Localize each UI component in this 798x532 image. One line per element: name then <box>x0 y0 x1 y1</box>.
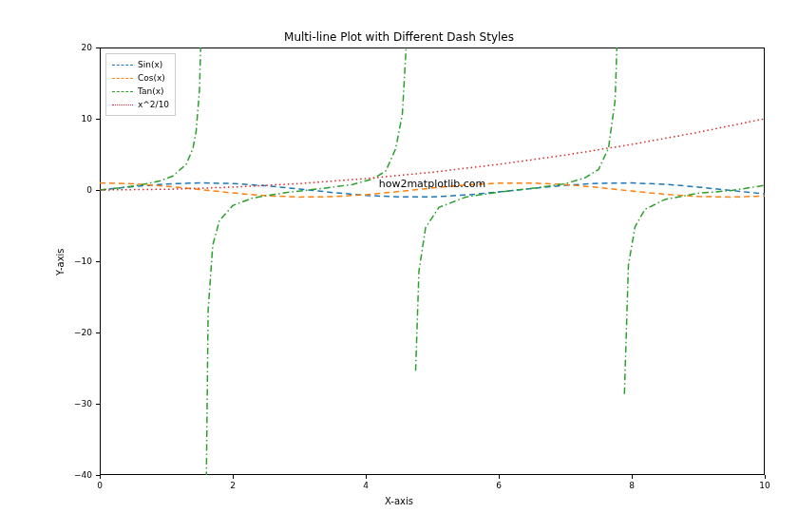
legend-item: Sin(x) <box>112 58 169 71</box>
x-tick-label: 10 <box>759 481 770 490</box>
y-tick-mark <box>96 119 100 120</box>
x-tick-label: 2 <box>230 481 236 490</box>
x-tick-mark <box>765 475 766 479</box>
y-tick-mark <box>96 332 100 333</box>
series-line <box>624 185 765 394</box>
legend-label: x^2/10 <box>138 100 169 109</box>
x-tick-mark <box>366 475 367 479</box>
x-axis-label: X-axis <box>0 496 798 506</box>
y-tick-label: −20 <box>64 328 92 337</box>
y-tick-mark <box>96 261 100 262</box>
legend-item: Cos(x) <box>112 71 169 85</box>
y-tick-label: −10 <box>64 256 92 266</box>
legend-swatch <box>112 91 133 92</box>
y-axis-label: Y-axis <box>55 248 66 276</box>
y-tick-mark <box>96 48 100 48</box>
x-tick-label: 6 <box>496 481 502 490</box>
legend: Sin(x)Cos(x)Tan(x)x^2/10 <box>105 53 176 116</box>
legend-label: Cos(x) <box>138 73 165 83</box>
y-tick-mark <box>96 190 100 191</box>
x-tick-mark <box>499 475 500 479</box>
watermark-text: how2matplotlib.com <box>379 177 486 189</box>
y-tick-label: 0 <box>64 185 92 195</box>
legend-label: Sin(x) <box>138 60 162 69</box>
y-tick-label: −30 <box>64 399 92 408</box>
legend-swatch <box>112 78 133 79</box>
x-tick-mark <box>632 475 633 479</box>
x-tick-label: 0 <box>97 481 103 490</box>
series-line <box>205 0 410 532</box>
x-tick-label: 4 <box>363 481 369 490</box>
y-tick-mark <box>96 475 100 476</box>
legend-item: x^2/10 <box>112 98 169 111</box>
y-tick-label: 10 <box>64 114 92 124</box>
legend-item: Tan(x) <box>112 85 169 98</box>
legend-label: Tan(x) <box>138 86 164 96</box>
y-tick-label: −40 <box>64 470 92 480</box>
x-tick-mark <box>233 475 234 479</box>
chart-figure: Multi-line Plot with Different Dash Styl… <box>0 0 798 532</box>
x-tick-mark <box>100 475 101 479</box>
legend-swatch <box>112 104 133 105</box>
y-tick-label: 20 <box>64 43 92 52</box>
legend-swatch <box>112 65 133 66</box>
y-tick-mark <box>96 404 100 405</box>
x-tick-label: 8 <box>629 481 635 490</box>
